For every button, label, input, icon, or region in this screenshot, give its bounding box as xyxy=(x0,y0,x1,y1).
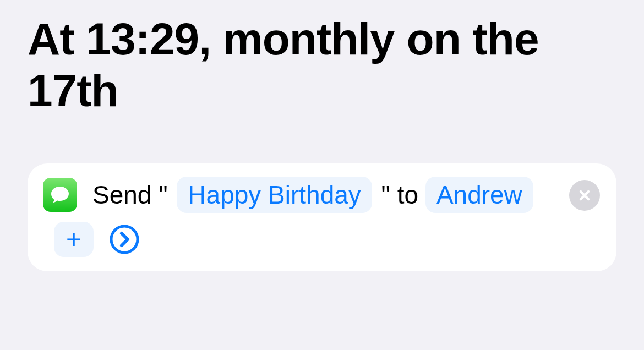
expand-button[interactable] xyxy=(108,223,141,256)
delete-button[interactable] xyxy=(569,180,600,211)
messages-icon xyxy=(43,178,77,212)
svg-point-0 xyxy=(111,226,138,253)
recipient-token[interactable]: Andrew xyxy=(425,177,533,213)
send-prefix: Send " xyxy=(92,178,174,212)
automation-title[interactable]: At 13:29, monthly on the 17th xyxy=(28,13,616,117)
send-suffix: " to xyxy=(374,178,425,212)
message-token[interactable]: Happy Birthday xyxy=(177,177,372,213)
add-button[interactable]: + xyxy=(54,222,94,257)
action-card[interactable]: Send " Happy Birthday " to Andrew + xyxy=(28,163,616,271)
action-row: Send " Happy Birthday " to Andrew + xyxy=(43,177,601,257)
